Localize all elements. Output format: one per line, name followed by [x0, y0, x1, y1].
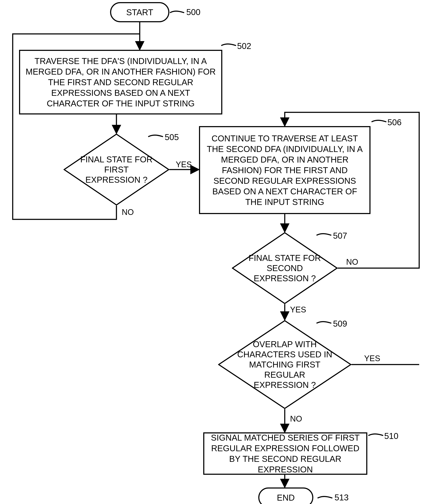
ref-505: 505 [165, 133, 179, 142]
ref-502: 502 [237, 41, 251, 51]
decision-505: FINAL STATE FOR FIRST EXPRESSION ? [63, 134, 169, 206]
decision-509: OVERLAP WITH CHARACTERS USED IN MATCHING… [218, 320, 351, 409]
edge-505-no: NO [122, 208, 134, 217]
edge-509-no: NO [290, 414, 302, 423]
edge-507-no: NO [346, 258, 358, 267]
ref-506: 506 [387, 118, 402, 127]
decision-507: FINAL STATE FOR SECOND EXPRESSION ? [232, 232, 338, 304]
edge-507-yes: YES [290, 305, 306, 314]
decision-505-text: FINAL STATE FOR FIRST EXPRESSION ? [76, 154, 157, 185]
edge-509-yes: YES [364, 354, 380, 363]
start-label: START [126, 8, 153, 17]
edge-505-yes: YES [176, 160, 192, 169]
process-502: TRAVERSE THE DFA'S (INDIVIDUALLY, IN A M… [19, 50, 222, 115]
end-label: END [277, 493, 295, 502]
process-506: CONTINUE TO TRAVERSE AT LEAST THE SECOND… [199, 126, 371, 214]
decision-507-text: FINAL STATE FOR SECOND EXPRESSION ? [244, 253, 325, 283]
ref-513: 513 [335, 493, 349, 502]
ref-507: 507 [333, 231, 347, 241]
ref-500: 500 [186, 7, 200, 17]
process-510: SIGNAL MATCHED SERIES OF FIRST REGULAR E… [203, 432, 367, 475]
decision-509-text: OVERLAP WITH CHARACTERS USED IN MATCHING… [237, 339, 332, 390]
process-510-text: SIGNAL MATCHED SERIES OF FIRST REGULAR E… [208, 432, 362, 475]
ref-510: 510 [384, 431, 399, 441]
start-terminator: START [110, 2, 169, 22]
process-502-text: TRAVERSE THE DFA'S (INDIVIDUALLY, IN A M… [24, 56, 217, 109]
end-terminator: END [258, 487, 313, 504]
process-506-text: CONTINUE TO TRAVERSE AT LEAST THE SECOND… [204, 133, 365, 207]
ref-509: 509 [333, 319, 347, 329]
